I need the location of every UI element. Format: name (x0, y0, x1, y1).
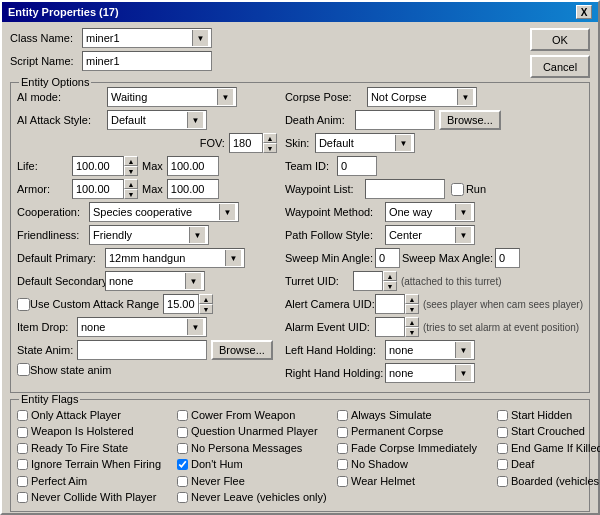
flag-checkbox[interactable] (337, 476, 348, 487)
ok-button[interactable]: OK (530, 28, 590, 51)
fov-up[interactable]: ▲ (263, 133, 277, 143)
default-primary-combo[interactable]: 12mm handgun ▼ (105, 248, 245, 268)
custom-attack-up[interactable]: ▲ (199, 294, 213, 304)
life-input[interactable] (72, 156, 124, 176)
close-button[interactable]: X (576, 5, 592, 19)
flag-checkbox[interactable] (177, 427, 188, 438)
path-follow-arrow: ▼ (455, 227, 471, 243)
alarm-event-down[interactable]: ▼ (405, 327, 419, 337)
flag-checkbox[interactable] (337, 410, 348, 421)
right-hand-combo[interactable]: none ▼ (385, 363, 475, 383)
waypoint-method-label: Waypoint Method: (285, 206, 385, 218)
armor-up[interactable]: ▲ (124, 179, 138, 189)
default-secondary-combo[interactable]: none ▼ (105, 271, 205, 291)
custom-attack-down[interactable]: ▼ (199, 304, 213, 314)
use-custom-attack-checkbox[interactable] (17, 298, 30, 311)
flag-label: Weapon Is Holstered (31, 424, 134, 439)
window-title: Entity Properties (17) (8, 6, 119, 18)
alert-camera-input[interactable] (375, 294, 405, 314)
flag-label: Never Collide With Player (31, 490, 156, 505)
flag-checkbox[interactable] (177, 443, 188, 454)
flag-label: Don't Hum (191, 457, 243, 472)
alarm-event-input[interactable] (375, 317, 405, 337)
class-name-combo[interactable]: miner1 ▼ (82, 28, 212, 48)
alert-camera-label: Alert Camera UID: (285, 298, 375, 310)
state-anim-input[interactable] (77, 340, 207, 360)
corpse-pose-combo[interactable]: Not Corpse ▼ (367, 87, 477, 107)
life-spin-buttons: ▲ ▼ (124, 156, 138, 176)
fov-input[interactable] (229, 133, 263, 153)
armor-spin-buttons: ▲ ▼ (124, 179, 138, 199)
flag-checkbox[interactable] (497, 476, 508, 487)
death-anim-label: Death Anim: (285, 114, 355, 126)
sweep-min-input[interactable] (375, 248, 400, 268)
life-down[interactable]: ▼ (124, 166, 138, 176)
item-drop-label: Item Drop: (17, 321, 77, 333)
team-id-input[interactable] (337, 156, 377, 176)
flag-checkbox[interactable] (177, 459, 188, 470)
alert-camera-down[interactable]: ▼ (405, 304, 419, 314)
flag-checkbox[interactable] (177, 476, 188, 487)
ai-mode-label: AI mode: (17, 91, 107, 103)
death-anim-input[interactable] (355, 110, 435, 130)
flag-item: Fade Corpse Immediately (337, 441, 497, 456)
flag-checkbox[interactable] (17, 459, 28, 470)
content-area: Class Name: miner1 ▼ Script Name: OK Can… (2, 22, 598, 515)
armor-down[interactable]: ▼ (124, 189, 138, 199)
flag-checkbox[interactable] (17, 410, 28, 421)
flag-item: Ready To Fire State (17, 441, 177, 456)
alarm-event-up[interactable]: ▲ (405, 317, 419, 327)
flag-label: Fade Corpse Immediately (351, 441, 477, 456)
friendliness-combo[interactable]: Friendly ▼ (89, 225, 209, 245)
run-checkbox[interactable] (451, 183, 464, 196)
armor-input[interactable] (72, 179, 124, 199)
left-hand-combo[interactable]: none ▼ (385, 340, 475, 360)
ai-attack-combo[interactable]: Default ▼ (107, 110, 207, 130)
flag-checkbox[interactable] (497, 410, 508, 421)
ai-attack-label: AI Attack Style: (17, 114, 107, 126)
entity-options-content: AI mode: Waiting ▼ AI Attack Style: Defa… (17, 87, 583, 386)
flag-checkbox[interactable] (337, 427, 348, 438)
flag-checkbox[interactable] (337, 459, 348, 470)
turret-uid-up[interactable]: ▲ (383, 271, 397, 281)
fov-spin-buttons: ▲ ▼ (263, 133, 277, 153)
default-primary-label: Default Primary: (17, 252, 105, 264)
fov-down[interactable]: ▼ (263, 143, 277, 153)
fov-label: FOV: (200, 137, 225, 149)
turret-uid-input[interactable] (353, 271, 383, 291)
skin-combo[interactable]: Default ▼ (315, 133, 415, 153)
item-drop-combo[interactable]: none ▼ (77, 317, 207, 337)
ai-mode-combo[interactable]: Waiting ▼ (107, 87, 237, 107)
state-anim-browse[interactable]: Browse... (211, 340, 273, 360)
turret-uid-down[interactable]: ▼ (383, 281, 397, 291)
cooperation-combo[interactable]: Species cooperative ▼ (89, 202, 239, 222)
turret-uid-spin: ▲ ▼ (353, 271, 397, 291)
script-name-input[interactable] (82, 51, 212, 71)
custom-attack-input[interactable] (163, 294, 199, 314)
show-state-anim-checkbox[interactable] (17, 363, 30, 376)
waypoint-list-input[interactable] (365, 179, 445, 199)
flag-checkbox[interactable] (497, 459, 508, 470)
life-max-input[interactable] (167, 156, 219, 176)
path-follow-combo[interactable]: Center ▼ (385, 225, 475, 245)
flag-checkbox[interactable] (17, 492, 28, 503)
right-hand-arrow: ▼ (455, 365, 471, 381)
flag-checkbox[interactable] (177, 492, 188, 503)
flag-checkbox[interactable] (497, 443, 508, 454)
default-secondary-label: Default Secondary: (17, 275, 105, 287)
alert-camera-up[interactable]: ▲ (405, 294, 419, 304)
armor-max-input[interactable] (167, 179, 219, 199)
sweep-max-input[interactable] (495, 248, 520, 268)
cancel-button[interactable]: Cancel (530, 55, 590, 78)
flag-checkbox[interactable] (177, 410, 188, 421)
flag-checkbox[interactable] (17, 443, 28, 454)
flag-checkbox[interactable] (17, 476, 28, 487)
skin-arrow: ▼ (395, 135, 411, 151)
life-up[interactable]: ▲ (124, 156, 138, 166)
flag-checkbox[interactable] (337, 443, 348, 454)
death-anim-browse[interactable]: Browse... (439, 110, 501, 130)
flag-checkbox[interactable] (497, 427, 508, 438)
waypoint-method-combo[interactable]: One way ▼ (385, 202, 475, 222)
flag-checkbox[interactable] (17, 427, 28, 438)
flag-label: Never Leave (vehicles only) (191, 490, 327, 505)
